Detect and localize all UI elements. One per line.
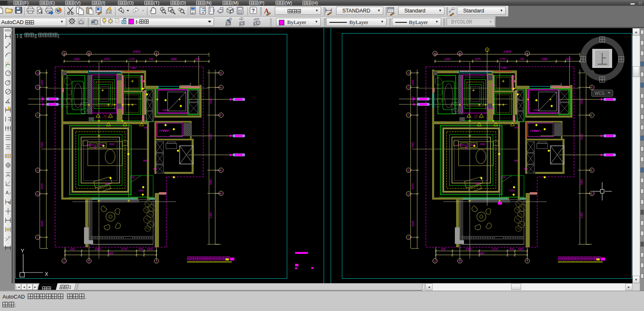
- svg-text:WCS: WCS: [595, 91, 605, 96]
- svg-text:][: ][: [34, 33, 37, 38]
- svg-text:]: ]: [58, 33, 59, 38]
- svg-text:[-][: [-][: [17, 33, 22, 38]
- svg-text:X: X: [45, 271, 48, 277]
- svg-text:Y: Y: [21, 248, 24, 254]
